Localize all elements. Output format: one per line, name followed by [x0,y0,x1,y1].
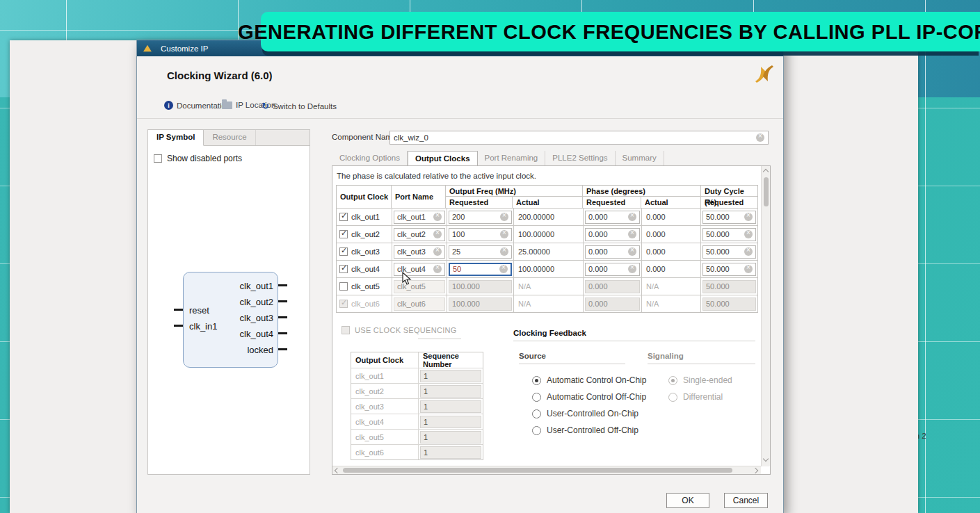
clear-icon[interactable] [433,213,442,221]
clear-icon[interactable] [500,213,508,221]
clear-icon[interactable] [500,230,508,238]
seq-row: clk_out61 [351,444,483,459]
seq-row: clk_out41 [351,414,483,429]
signaling-label: Signaling [648,352,684,360]
radio-icon [532,409,541,418]
cancel-button[interactable]: Cancel [724,493,768,508]
phase-requested-field[interactable]: 0.000 [585,228,640,241]
port-stub [278,284,287,286]
freq-requested-field[interactable]: 200 [449,211,512,224]
phase-requested-field[interactable]: 0.000 [585,211,640,224]
phase-requested-field[interactable]: 0.000 [585,245,640,259]
seq-row: clk_out31 [351,398,483,414]
radio-automatic-control-off-chip[interactable]: Automatic Control Off-Chip [532,392,646,402]
scroll-down-icon[interactable] [763,456,769,462]
documentation-link[interactable]: i Documentation [164,101,230,110]
freq-actual: 200.00000 [514,209,584,225]
h-scrollbar[interactable] [332,466,761,474]
radio-single-ended: Single-ended [668,375,732,385]
tab-resource[interactable]: Resource [204,130,255,145]
clear-icon[interactable] [744,230,753,238]
show-disabled-ports[interactable]: Show disabled ports [154,154,242,163]
screen: pll - [C:/Users/avira/Desktop/Alinx_F Fi… [0,0,980,513]
tab-output-clocks[interactable]: Output Clocks [408,151,478,166]
output-clocks-table: Output Clock Port Name Output Freq (MHz)… [336,185,758,313]
duty-requested-field[interactable]: 50.000 [702,211,756,224]
clear-icon[interactable] [500,247,508,256]
clear-icon[interactable] [744,247,753,256]
duty-requested-field[interactable]: 50.000 [702,263,756,276]
scroll-right-icon[interactable] [753,468,758,473]
freq-requested-field[interactable]: 25 [449,245,512,259]
clear-icon[interactable] [628,230,636,238]
clear-icon[interactable] [744,213,753,221]
clear-icon[interactable] [433,230,442,238]
v-scrollbar[interactable] [761,166,770,466]
freq-requested-field: 100.000 [449,280,512,293]
divider [513,341,755,341]
checkbox-icon[interactable] [339,230,348,238]
port-clk-out3: clk_out3 [240,313,273,323]
freq-actual: 100.00000 [514,226,584,243]
table-row-clk-out4: clk_out4 clk_out4 50 100.00000 0.000 0.0… [337,260,757,277]
clear-icon[interactable] [756,133,764,142]
checkbox-icon[interactable] [339,247,348,256]
table-row-clk-out5: clk_out5 clk_out5 100.000 N/A 0.000 N/A … [337,277,757,295]
port-stub [278,316,287,318]
clear-icon[interactable] [744,265,753,273]
freq-actual: N/A [514,295,584,312]
scroll-up-icon[interactable] [763,169,769,174]
video-caption-banner: GENERATING DIFFERENT CLOCK FREQUENCIES B… [261,12,980,51]
checkbox-icon[interactable] [339,213,348,221]
clear-icon[interactable] [628,247,636,256]
clear-icon[interactable] [433,247,442,256]
duty-requested-field[interactable]: 50.000 [702,228,756,241]
tab-port-renaming[interactable]: Port Renaming [478,151,546,166]
source-label: Source [519,352,546,360]
component-name-field[interactable]: clk_wiz_0 [389,131,769,145]
table-row-clk-out2: clk_out2 clk_out2 100 100.00000 0.000 0.… [337,225,757,243]
port-locked: locked [247,345,273,355]
tab-plle2-settings[interactable]: PLLE2 Settings [545,151,615,166]
clear-icon[interactable] [628,213,636,221]
tab-clocking-options[interactable]: Clocking Options [332,151,408,166]
h-scrollbar-thumb[interactable] [343,468,732,473]
checkbox-icon [339,300,348,308]
port-name-field[interactable]: clk_out1 [394,211,445,224]
clear-icon[interactable] [628,265,636,273]
port-name-field[interactable]: clk_out3 [394,245,445,259]
switch-to-defaults-link[interactable]: ↻ Switch to Defaults [262,101,337,111]
tab-summary[interactable]: Summary [616,151,664,166]
col-duty-cycle: Duty Cycle (%) [701,186,757,196]
sequence-table: Output Clock Sequence Number clk_out11 c… [351,352,483,460]
radio-automatic-control-on-chip[interactable]: Automatic Control On-Chip [532,375,646,385]
radio-user-controlled-on-chip[interactable]: User-Controlled On-Chip [532,409,638,418]
freq-requested-field[interactable]: 100 [449,228,512,241]
v-scrollbar-thumb[interactable] [764,177,769,206]
port-name-field[interactable]: clk_out2 [394,228,445,241]
scroll-left-icon[interactable] [335,468,340,473]
freq-actual: 100.00000 [514,261,584,277]
banner-text: GENERATING DIFFERENT CLOCK FREQUENCIES B… [238,20,980,44]
radio-icon [668,376,677,385]
radio-user-controlled-off-chip[interactable]: User-Controlled Off-Chip [532,425,638,435]
phase-requested-field[interactable]: 0.000 [585,263,640,276]
col-phase: Phase (degrees) [583,186,700,196]
clear-icon[interactable] [433,265,442,273]
port-stub [278,300,287,302]
tab-ip-symbol[interactable]: IP Symbol [148,130,204,146]
port-clk-in1: clk_in1 [189,321,217,332]
clear-icon[interactable] [499,265,508,273]
checkbox-icon[interactable] [339,265,348,273]
use-clock-sequencing[interactable]: USE CLOCK SEQUENCING [342,326,457,334]
duty-requested-field[interactable]: 50.000 [702,245,756,259]
ok-button[interactable]: OK [666,493,709,508]
checkbox-icon[interactable] [154,154,162,163]
port-stub [174,309,183,311]
table-row-clk-out3: clk_out3 clk_out3 25 25.00000 0.000 0.00… [337,243,757,260]
xilinx-logo-icon [752,64,777,85]
freq-actual: 25.00000 [514,243,584,260]
checkbox-icon[interactable] [339,282,348,291]
freq-requested-field-editing[interactable]: 50 [449,263,512,276]
radio-icon [532,376,541,385]
